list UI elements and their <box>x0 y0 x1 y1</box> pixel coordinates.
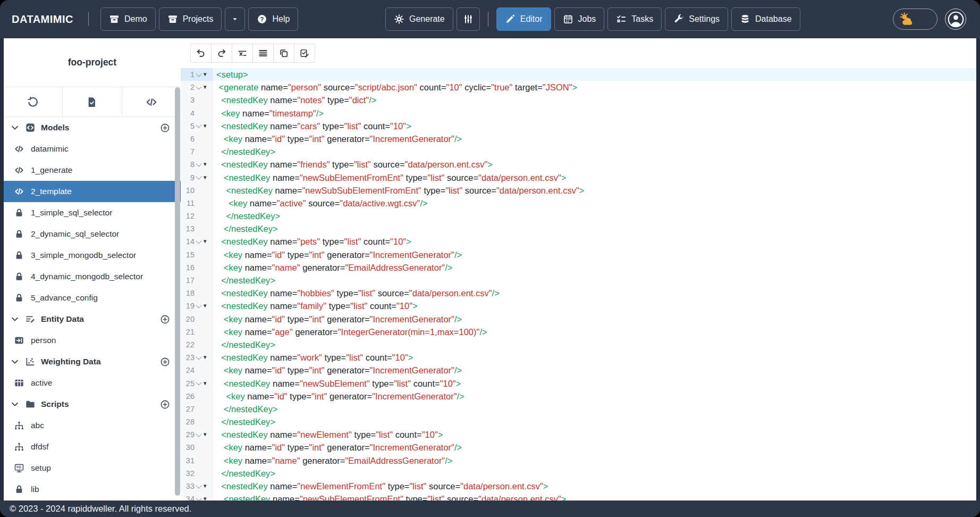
code-line-21[interactable]: 21▼ <key name="age" generator="IntegerGe… <box>181 326 976 338</box>
code-text[interactable]: <nestedKey name="friends" type="list" so… <box>213 158 976 171</box>
code-line-10[interactable]: 10▼ <nestedKey name="newSubSubElementFro… <box>181 184 976 197</box>
code-line-32[interactable]: 32▼ </nestedKey> <box>181 467 976 480</box>
fold-toggle[interactable]: ▼ <box>195 351 208 364</box>
topnav-database-button[interactable]: Database <box>731 7 800 31</box>
topnav-jobs-button[interactable]: Jobs <box>554 7 605 31</box>
code-line-2[interactable]: 2▼ <generate name="person" source="scrip… <box>181 81 976 94</box>
code-line-13[interactable]: 13▼ </nestedKey> <box>181 222 976 235</box>
fold-toggle[interactable]: ▼ <box>195 235 208 248</box>
code-text[interactable]: <nestedKey name="newSubElement" type="li… <box>213 377 976 390</box>
topnav-help-button[interactable]: ?Help <box>248 7 298 31</box>
code-text[interactable]: <nestedKey name="cars" type="list" count… <box>213 120 976 132</box>
code-text[interactable]: <key name="id" type="int" generator="Inc… <box>213 364 976 377</box>
topnav-tasks-button[interactable]: Tasks <box>607 7 662 31</box>
tree-item-setup[interactable]: SQLsetup <box>4 457 181 479</box>
fold-toggle[interactable]: ▼ <box>195 171 208 184</box>
code-text[interactable]: <nestedKey name="work" type="list" count… <box>213 351 976 364</box>
code-text[interactable]: <nestedKey name="newSubElementFromEnt" t… <box>213 171 976 184</box>
code-text[interactable]: <key name="age" generator="IntegerGenera… <box>213 326 976 338</box>
fold-toggle[interactable]: ▼ <box>195 158 208 171</box>
add-weighting-data-button[interactable] <box>160 357 170 367</box>
code-text[interactable]: <key name="name" generator="EmailAddress… <box>213 261 976 274</box>
tree-section-models[interactable]: Models <box>4 117 181 138</box>
editor-undo-button[interactable] <box>190 44 212 63</box>
code-text[interactable]: <nestedKey name="pets" type="list" count… <box>213 235 976 248</box>
topnav-projects-button[interactable]: Projects <box>159 7 222 31</box>
tree-item-2_dynamic_sql_selector[interactable]: 2_dynamic_sql_selector <box>4 223 181 245</box>
code-line-24[interactable]: 24▼ <key name="id" type="int" generator=… <box>181 364 976 377</box>
tree-item-abc[interactable]: abc <box>4 415 181 436</box>
code-text[interactable]: </nestedKey> <box>213 145 976 158</box>
code-text[interactable]: <generate name="person" source="script/a… <box>213 81 976 94</box>
code-text[interactable]: </nestedKey> <box>213 467 976 480</box>
code-editor[interactable]: 1▼<setup>2▼ <generate name="person" sour… <box>181 68 976 501</box>
code-line-28[interactable]: 28▼ </nestedKey> <box>181 415 976 428</box>
fold-toggle[interactable]: ▼ <box>195 299 208 312</box>
add-scripts-button[interactable] <box>160 399 170 410</box>
code-line-27[interactable]: 27▼ </nestedKey> <box>181 403 976 415</box>
code-line-1[interactable]: 1▼<setup> <box>181 68 976 81</box>
sidebar-scrollbar[interactable] <box>175 87 180 496</box>
sidebar-tool-file-check-button[interactable] <box>63 87 122 116</box>
code-text[interactable]: </nestedKey> <box>213 403 976 415</box>
tree-item-2_template[interactable]: 2_template <box>4 181 181 202</box>
code-text[interactable]: <key name="id" type="int" generator="Inc… <box>213 441 976 454</box>
topnav-generate-button[interactable]: Generate <box>385 7 453 31</box>
code-line-14[interactable]: 14▼ <nestedKey name="pets" type="list" c… <box>181 235 976 248</box>
fold-toggle[interactable]: ▼ <box>195 81 208 94</box>
code-line-12[interactable]: 12▼ </nestedKey> <box>181 210 976 222</box>
tree-section-entity-data[interactable]: Entity Data <box>4 308 181 330</box>
code-line-7[interactable]: 7▼ </nestedKey> <box>181 145 976 158</box>
code-text[interactable]: </nestedKey> <box>213 415 976 428</box>
topnav-editor-button[interactable]: Editor <box>496 7 551 31</box>
code-text[interactable]: <nestedKey name="newElement" type="list"… <box>213 428 976 441</box>
code-line-11[interactable]: 11▼ <key name="active" source="data/acti… <box>181 197 976 210</box>
code-line-5[interactable]: 5▼ <nestedKey name="cars" type="list" co… <box>181 120 976 132</box>
code-line-26[interactable]: 26▼ <key name="id" type="int" generator=… <box>181 390 976 403</box>
topnav-demo-button[interactable]: Demo <box>100 7 156 31</box>
tree-item-5_advance_config[interactable]: 5_advance_config <box>4 287 181 308</box>
code-line-18[interactable]: 18▼ <nestedKey name="hobbies" type="list… <box>181 287 976 299</box>
code-text[interactable]: <nestedKey name="family" type="list" cou… <box>213 299 976 312</box>
tree-item-active[interactable]: active <box>4 372 181 394</box>
code-line-34[interactable]: 34▼ <nestedKey name="newSubElementFromEn… <box>181 493 976 501</box>
code-line-29[interactable]: 29▼ <nestedKey name="newElement" type="l… <box>181 428 976 441</box>
code-text[interactable]: <key name="timestamp"/> <box>213 107 976 120</box>
code-line-4[interactable]: 4▼ <key name="timestamp"/> <box>181 107 976 120</box>
code-text[interactable]: </nestedKey> <box>213 338 976 351</box>
code-line-31[interactable]: 31▼ <key name="name" generator="EmailAdd… <box>181 454 976 467</box>
code-line-6[interactable]: 6▼ <key name="id" type="int" generator="… <box>181 132 976 145</box>
fold-toggle[interactable]: ▼ <box>195 493 208 501</box>
code-text[interactable]: <nestedKey name="notes" type="dict"/> <box>213 94 976 106</box>
code-line-16[interactable]: 16▼ <key name="name" generator="EmailAdd… <box>181 261 976 274</box>
fold-toggle[interactable]: ▼ <box>195 428 208 441</box>
code-line-33[interactable]: 33▼ <nestedKey name="newElementFromEnt" … <box>181 480 976 493</box>
code-line-25[interactable]: 25▼ <nestedKey name="newSubElement" type… <box>181 377 976 390</box>
tree-section-scripts[interactable]: Scripts <box>4 394 181 415</box>
code-line-23[interactable]: 23▼ <nestedKey name="work" type="list" c… <box>181 351 976 364</box>
editor-redo-button[interactable] <box>211 44 232 63</box>
add-entity-data-button[interactable] <box>160 314 170 324</box>
code-text[interactable]: <key name="id" type="int" generator="Inc… <box>213 132 976 145</box>
code-text[interactable]: <nestedKey name="newElementFromEnt" type… <box>213 480 976 493</box>
code-line-20[interactable]: 20▼ <key name="id" type="int" generator=… <box>181 313 976 326</box>
code-text[interactable]: <key name="id" type="int" generator="Inc… <box>213 248 976 261</box>
editor-format-lines-button[interactable] <box>252 44 274 63</box>
topnav-projects-caret-button[interactable] <box>225 7 245 31</box>
sidebar-tool-refresh-button[interactable] <box>4 87 63 116</box>
code-line-15[interactable]: 15▼ <key name="id" type="int" generator=… <box>181 248 976 261</box>
add-models-button[interactable] <box>160 123 170 133</box>
code-text[interactable]: <key name="id" type="int" generator="Inc… <box>213 313 976 326</box>
tree-item-lib[interactable]: lib <box>4 479 181 500</box>
code-text[interactable]: </nestedKey> <box>213 274 976 287</box>
sidebar-tool-code-button[interactable] <box>122 87 181 116</box>
tree-item-1_simple_sql_selector[interactable]: 1_simple_sql_selector <box>4 202 181 223</box>
code-line-9[interactable]: 9▼ <nestedKey name="newSubElementFromEnt… <box>181 171 976 184</box>
tree-item-datamimic[interactable]: datamimic <box>4 138 181 160</box>
fold-toggle[interactable]: ▼ <box>195 68 208 81</box>
code-text[interactable]: <setup> <box>213 68 976 81</box>
tree-item-1_generate[interactable]: 1_generate <box>4 160 181 181</box>
code-line-17[interactable]: 17▼ </nestedKey> <box>181 274 976 287</box>
topnav-adjustments-button[interactable] <box>457 7 480 31</box>
code-text[interactable]: <nestedKey name="newSubSubElementFromEnt… <box>213 184 976 197</box>
